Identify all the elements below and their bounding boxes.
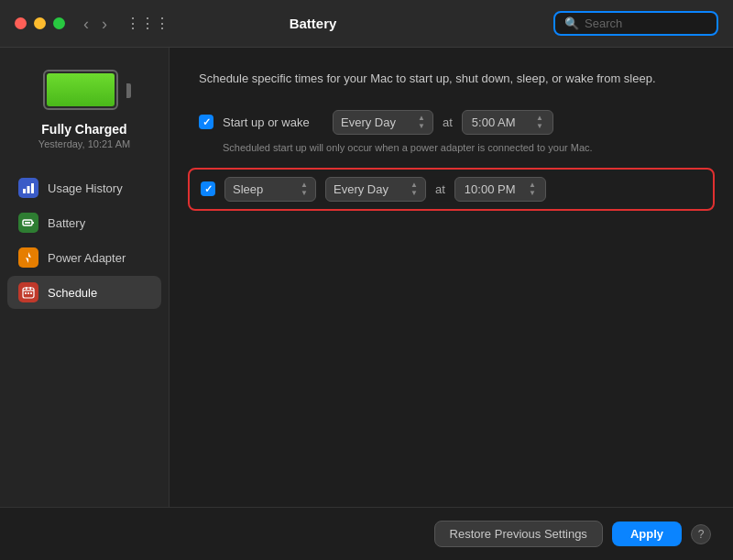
battery-tip bbox=[126, 83, 131, 98]
sleep-time-up[interactable]: ▲ bbox=[529, 181, 536, 189]
sleep-time-spinners: ▲ ▼ bbox=[529, 181, 536, 197]
battery-nav-icon bbox=[18, 213, 38, 233]
startup-frequency-select[interactable]: Every Day ▲ ▼ bbox=[333, 110, 433, 135]
battery-body bbox=[43, 70, 118, 110]
svg-rect-1 bbox=[27, 186, 30, 193]
startup-hint: Scheduled start up will only occur when … bbox=[223, 142, 704, 153]
sleep-frequency-value: Every Day bbox=[334, 182, 388, 196]
sidebar: Fully Charged Yesterday, 10:21 AM Usage … bbox=[0, 48, 170, 507]
startup-checkbox[interactable] bbox=[199, 115, 213, 129]
grid-button[interactable]: ⋮⋮⋮ bbox=[122, 13, 173, 34]
sleep-action-arrows: ▲ ▼ bbox=[301, 181, 308, 197]
search-icon: 🔍 bbox=[564, 16, 579, 30]
description-text: Schedule specific times for your Mac to … bbox=[199, 70, 704, 88]
help-button[interactable]: ? bbox=[691, 524, 711, 544]
battery-timestamp: Yesterday, 10:21 AM bbox=[38, 138, 130, 149]
startup-time-down[interactable]: ▼ bbox=[536, 123, 543, 130]
minimize-button[interactable] bbox=[34, 17, 46, 29]
startup-label: Start up or wake bbox=[223, 115, 323, 129]
bottom-bar: Restore Previous Settings Apply ? bbox=[0, 507, 733, 560]
usage-history-icon bbox=[18, 178, 38, 198]
svg-rect-0 bbox=[23, 189, 26, 193]
maximize-button[interactable] bbox=[53, 17, 65, 29]
schedule-icon bbox=[18, 282, 38, 302]
sleep-frequency-arrows: ▲ ▼ bbox=[410, 181, 418, 197]
sidebar-item-usage-history[interactable]: Usage History bbox=[7, 171, 161, 204]
checkbox-container-2 bbox=[201, 181, 215, 196]
traffic-lights bbox=[15, 17, 65, 29]
nav-buttons: ‹ › bbox=[80, 14, 111, 34]
svg-marker-6 bbox=[26, 252, 31, 263]
sleep-time-value: 10:00 PM bbox=[465, 182, 516, 196]
back-button[interactable]: ‹ bbox=[80, 14, 93, 34]
forward-button[interactable]: › bbox=[98, 14, 111, 34]
search-input[interactable] bbox=[585, 16, 704, 30]
startup-time-control[interactable]: 5:00 AM ▲ ▼ bbox=[462, 110, 553, 135]
sidebar-item-power-adapter[interactable]: Power Adapter bbox=[7, 241, 161, 274]
startup-frequency-arrows: ▲ ▼ bbox=[418, 115, 425, 130]
sidebar-item-label-battery: Battery bbox=[48, 216, 85, 230]
sidebar-item-label-usage: Usage History bbox=[48, 181, 123, 195]
sleep-checkbox[interactable] bbox=[201, 181, 215, 196]
svg-rect-13 bbox=[30, 292, 32, 294]
sleep-action-select[interactable]: Sleep ▲ ▼ bbox=[224, 177, 316, 202]
sidebar-item-battery[interactable]: Battery bbox=[7, 206, 161, 239]
battery-icon bbox=[43, 70, 126, 111]
schedule-row-1: Start up or wake Every Day ▲ ▼ at 5:00 A… bbox=[199, 110, 704, 135]
battery-icon-container bbox=[43, 70, 126, 111]
restore-settings-button[interactable]: Restore Previous Settings bbox=[434, 521, 603, 547]
startup-frequency-value: Every Day bbox=[341, 115, 396, 129]
at-label-1: at bbox=[443, 115, 453, 129]
sidebar-item-label-schedule: Schedule bbox=[48, 286, 97, 300]
sleep-frequency-select[interactable]: Every Day ▲ ▼ bbox=[325, 177, 426, 202]
at-label-2: at bbox=[435, 182, 445, 196]
svg-rect-4 bbox=[25, 222, 30, 224]
sidebar-item-label-power: Power Adapter bbox=[48, 251, 126, 265]
main-content: Fully Charged Yesterday, 10:21 AM Usage … bbox=[0, 48, 733, 507]
svg-rect-2 bbox=[31, 183, 34, 193]
sleep-action-value: Sleep bbox=[233, 182, 263, 196]
sidebar-item-schedule[interactable]: Schedule bbox=[7, 276, 161, 309]
titlebar: ‹ › ⋮⋮⋮ Battery 🔍 bbox=[0, 0, 733, 48]
content-area: Schedule specific times for your Mac to … bbox=[170, 48, 733, 507]
svg-rect-5 bbox=[32, 222, 34, 224]
checkbox-container-1 bbox=[199, 115, 213, 129]
svg-rect-11 bbox=[25, 292, 27, 294]
schedule-section: Start up or wake Every Day ▲ ▼ at 5:00 A… bbox=[199, 110, 704, 486]
search-box[interactable]: 🔍 bbox=[553, 11, 718, 36]
battery-status-label: Fully Charged bbox=[41, 122, 126, 137]
startup-time-spinners: ▲ ▼ bbox=[536, 115, 543, 130]
sleep-time-down[interactable]: ▼ bbox=[529, 190, 536, 197]
close-button[interactable] bbox=[15, 17, 27, 29]
page-title: Battery bbox=[182, 16, 443, 31]
startup-time-value: 5:00 AM bbox=[472, 115, 516, 129]
sidebar-nav: Usage History Battery Power Adapter Sche… bbox=[0, 171, 169, 309]
startup-time-up[interactable]: ▲ bbox=[536, 115, 543, 122]
svg-rect-9 bbox=[26, 287, 27, 290]
svg-rect-12 bbox=[27, 292, 29, 294]
sleep-time-control[interactable]: 10:00 PM ▲ ▼ bbox=[454, 177, 546, 202]
power-adapter-icon bbox=[18, 247, 38, 268]
apply-button[interactable]: Apply bbox=[612, 522, 682, 546]
battery-fill bbox=[47, 73, 115, 106]
svg-rect-10 bbox=[30, 287, 32, 290]
schedule-row-2: Sleep ▲ ▼ Every Day ▲ ▼ at 10:00 PM bbox=[188, 168, 715, 211]
